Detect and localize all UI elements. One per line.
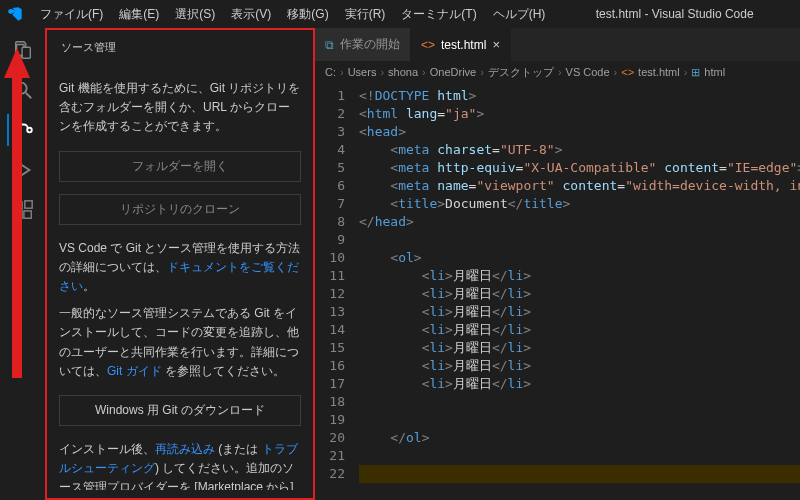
menu-item[interactable]: 実行(R) <box>337 3 394 25</box>
svg-rect-6 <box>14 202 21 209</box>
download-git-button[interactable]: Windows 用 Git のダウンロード <box>59 395 301 426</box>
git-guide-link[interactable]: Git ガイド <box>107 364 162 378</box>
menu-item[interactable]: 表示(V) <box>223 3 279 25</box>
chevron-right-icon: › <box>422 66 426 78</box>
code-line[interactable] <box>359 231 800 249</box>
extensions-icon[interactable] <box>7 194 39 226</box>
explorer-icon[interactable] <box>7 34 39 66</box>
svg-point-1 <box>15 83 26 94</box>
line-number: 16 <box>315 357 345 375</box>
line-number: 6 <box>315 177 345 195</box>
code-line[interactable]: <li>月曜日</li> <box>359 339 800 357</box>
line-number: 13 <box>315 303 345 321</box>
search-icon[interactable] <box>7 74 39 106</box>
line-number: 20 <box>315 429 345 447</box>
breadcrumb-item[interactable]: shona <box>388 66 418 78</box>
menu-item[interactable]: 選択(S) <box>167 3 223 25</box>
menubar: ファイル(F)編集(E)選択(S)表示(V)移動(G)実行(R)ターミナル(T)… <box>0 0 800 28</box>
code-line[interactable]: <li>月曜日</li> <box>359 267 800 285</box>
line-number: 22 <box>315 465 345 483</box>
chevron-right-icon: › <box>684 66 688 78</box>
sidebar-title: ソース管理 <box>47 30 313 65</box>
clone-repo-button[interactable]: リポジトリのクローン <box>59 194 301 225</box>
source-control-icon[interactable] <box>7 114 39 146</box>
code-line[interactable]: </head> <box>359 213 800 231</box>
svg-rect-7 <box>14 211 21 218</box>
line-number: 11 <box>315 267 345 285</box>
code-line[interactable] <box>359 411 800 429</box>
code-line[interactable]: <head> <box>359 123 800 141</box>
scm-git-text: 一般的なソース管理システムである Git をインストールして、コードの変更を追跡… <box>59 304 301 381</box>
breadcrumb-item[interactable]: VS Code <box>566 66 610 78</box>
debug-icon[interactable] <box>7 154 39 186</box>
breadcrumb[interactable]: C:›Users›shona›OneDrive›デスクトップ›VS Code›<… <box>315 61 800 83</box>
line-number: 17 <box>315 375 345 393</box>
line-number: 7 <box>315 195 345 213</box>
line-number: 18 <box>315 393 345 411</box>
html-file-icon: <> <box>621 66 634 78</box>
tab-test-html[interactable]: <> test.html × <box>411 28 511 61</box>
tab-welcome[interactable]: ⧉ 作業の開始 <box>315 28 411 61</box>
scm-after-install: インストール後、再読み込み (または トラブルシューティング) してください。追… <box>59 440 301 490</box>
vscode-logo-icon <box>6 5 24 23</box>
tab-label: 作業の開始 <box>340 36 400 53</box>
line-number: 2 <box>315 105 345 123</box>
editor-tabs: ⧉ 作業の開始 <> test.html × <box>315 28 800 61</box>
code-line[interactable]: <title>Document</title> <box>359 195 800 213</box>
code-line[interactable] <box>359 465 800 483</box>
line-gutter: 12345678910111213141516171819202122 <box>315 83 355 500</box>
code-line[interactable] <box>359 447 800 465</box>
svg-point-2 <box>16 122 21 127</box>
chevron-right-icon: › <box>614 66 618 78</box>
code-line[interactable]: <li>月曜日</li> <box>359 321 800 339</box>
svg-point-3 <box>16 133 21 138</box>
tab-label: test.html <box>441 38 486 52</box>
html-file-icon: <> <box>421 38 435 52</box>
vscode-file-icon: ⧉ <box>325 38 334 52</box>
code-line[interactable]: <meta name="viewport" content="width=dev… <box>359 177 800 195</box>
close-icon[interactable]: × <box>492 37 500 52</box>
svg-rect-8 <box>23 211 30 218</box>
line-number: 19 <box>315 411 345 429</box>
reload-link[interactable]: 再読み込み <box>155 442 215 456</box>
code-line[interactable] <box>359 393 800 411</box>
breadcrumb-item[interactable]: Users <box>348 66 377 78</box>
menu-item[interactable]: ヘルプ(H) <box>485 3 554 25</box>
code-line[interactable]: <li>月曜日</li> <box>359 285 800 303</box>
breadcrumb-item[interactable]: test.html <box>638 66 680 78</box>
chevron-right-icon: › <box>340 66 344 78</box>
code-lines[interactable]: <!DOCTYPE html><html lang="ja"><head> <m… <box>355 83 800 500</box>
breadcrumb-item[interactable]: OneDrive <box>430 66 476 78</box>
code-line[interactable]: <li>月曜日</li> <box>359 357 800 375</box>
window-title: test.html - Visual Studio Code <box>555 7 794 21</box>
line-number: 15 <box>315 339 345 357</box>
line-number: 9 <box>315 231 345 249</box>
breadcrumb-item[interactable]: デスクトップ <box>488 65 554 80</box>
chevron-right-icon: › <box>380 66 384 78</box>
svg-point-4 <box>27 128 32 133</box>
code-line[interactable]: </ol> <box>359 429 800 447</box>
code-line[interactable]: <meta http-equiv="X-UA-Compatible" conte… <box>359 159 800 177</box>
menu-item[interactable]: ファイル(F) <box>32 3 111 25</box>
breadcrumb-item[interactable]: C: <box>325 66 336 78</box>
code-line[interactable]: <li>月曜日</li> <box>359 375 800 393</box>
line-number: 3 <box>315 123 345 141</box>
code-line[interactable]: <li>月曜日</li> <box>359 303 800 321</box>
code-line[interactable]: <meta charset="UTF-8"> <box>359 141 800 159</box>
code-line[interactable]: <html lang="ja"> <box>359 105 800 123</box>
breadcrumb-item[interactable]: html <box>704 66 725 78</box>
svg-rect-9 <box>24 201 31 208</box>
menu-item[interactable]: ターミナル(T) <box>393 3 484 25</box>
code-line[interactable]: <!DOCTYPE html> <box>359 87 800 105</box>
code-line[interactable]: <ol> <box>359 249 800 267</box>
activity-bar <box>0 28 45 500</box>
menu-item[interactable]: 編集(E) <box>111 3 167 25</box>
line-number: 12 <box>315 285 345 303</box>
code-editor[interactable]: 12345678910111213141516171819202122 <!DO… <box>315 83 800 500</box>
editor-area: ⧉ 作業の開始 <> test.html × C:›Users›shona›On… <box>315 28 800 500</box>
menu-item[interactable]: 移動(G) <box>279 3 336 25</box>
scm-message: Git 機能を使用するために、Git リポジトリを含むフォルダーを開くか、URL… <box>59 79 301 137</box>
line-number: 8 <box>315 213 345 231</box>
open-folder-button[interactable]: フォルダーを開く <box>59 151 301 182</box>
source-control-sidebar: ソース管理 Git 機能を使用するために、Git リポジトリを含むフォルダーを開… <box>45 28 315 500</box>
